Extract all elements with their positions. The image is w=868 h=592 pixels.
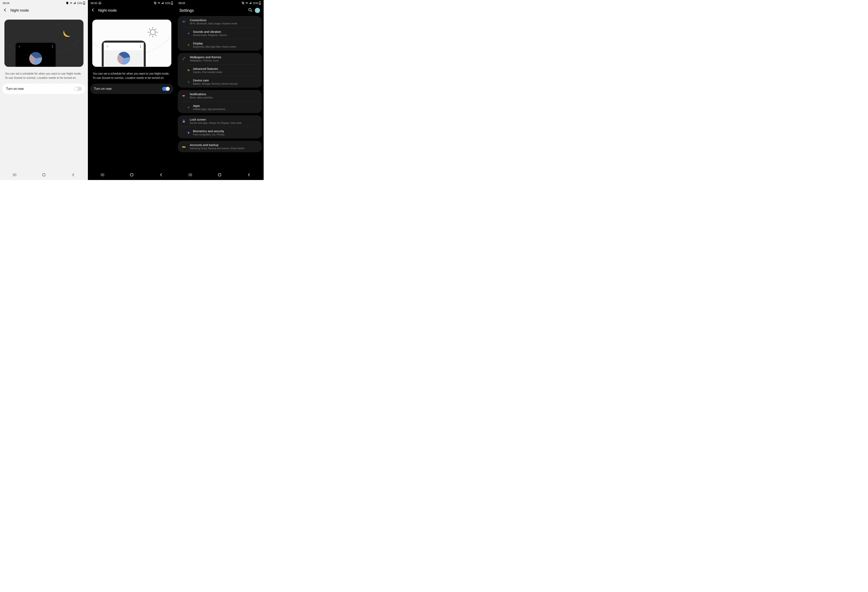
settings-item-title: Device care (193, 79, 238, 82)
toggle-switch[interactable] (162, 87, 170, 91)
svg-line-20 (155, 29, 156, 30)
home-icon[interactable] (217, 172, 222, 178)
wifi-icon (245, 1, 248, 4)
nav-bar (88, 171, 176, 180)
toggle-label: Turn on now (6, 87, 24, 91)
wifi-icon (157, 1, 161, 4)
svg-rect-29 (260, 4, 260, 4)
toggle-label: Turn on now (94, 87, 112, 91)
settings-item-title: Apps (193, 104, 226, 108)
status-time: 09:53 (179, 1, 185, 4)
back-nav-icon[interactable] (159, 172, 163, 178)
screen-night-mode-light: 09:29 22% Night mode (0, 0, 88, 180)
back-nav-icon[interactable] (71, 172, 75, 178)
turn-on-now-row[interactable]: Turn on now (90, 84, 173, 94)
signal-icon (161, 1, 164, 4)
sound-icon (184, 31, 190, 35)
page-header: Settings (176, 6, 264, 15)
settings-item-title: Wallpapers and themes (190, 55, 221, 59)
svg-line-19 (155, 35, 156, 36)
status-bar: 09:29 22% (0, 0, 88, 6)
svg-line-26 (242, 2, 244, 4)
settings-item[interactable]: Sounds and vibrationSound mode, Ringtone… (181, 27, 258, 39)
svg-rect-7 (43, 174, 45, 176)
svg-point-43 (188, 107, 189, 107)
svg-line-21 (149, 35, 151, 36)
settings-item-sub: Wallpapers, Themes, Icons (190, 59, 221, 62)
recents-icon[interactable] (12, 172, 17, 178)
svg-line-9 (154, 2, 156, 4)
settings-item-sub: Wi-Fi, Bluetooth, Data usage, Airplane m… (190, 22, 237, 25)
settings-item[interactable]: Lock screenScreen lock type, Always On D… (178, 115, 262, 127)
settings-item-sub: Battery, Storage, Memory, Device securit… (193, 82, 238, 85)
status-time: 09:30 (91, 1, 97, 4)
settings-item[interactable]: Accounts and backupSamsung Cloud, Backup… (178, 141, 262, 152)
settings-item-title: Lock screen (190, 118, 242, 121)
svg-point-5 (52, 46, 53, 47)
svg-line-37 (188, 44, 188, 44)
settings-item[interactable]: Device careBattery, Storage, Memory, Dev… (181, 76, 258, 88)
svg-rect-3 (84, 4, 85, 4)
settings-item-sub: Samsung Cloud, Backup and restore, Smart… (190, 147, 244, 150)
recents-icon[interactable] (100, 172, 105, 178)
svg-point-24 (140, 47, 141, 48)
recents-icon[interactable] (188, 172, 193, 178)
settings-item-title: Notifications (190, 93, 213, 96)
avatar[interactable] (255, 8, 260, 13)
svg-point-6 (52, 47, 53, 48)
back-nav-icon[interactable] (247, 172, 251, 178)
svg-rect-28 (260, 1, 260, 2)
battery-percent: 22% (77, 1, 82, 4)
svg-point-44 (189, 107, 189, 107)
settings-item[interactable]: ConnectionsWi-Fi, Bluetooth, Data usage,… (178, 16, 262, 27)
page-header: Night mode (88, 6, 176, 15)
settings-item[interactable]: AppsDefault apps, App permissions (181, 102, 258, 113)
gear-icon (184, 68, 190, 72)
settings-item-sub: Brightness, Blue light filter, Home scre… (193, 46, 236, 48)
settings-groups: ConnectionsWi-Fi, Bluetooth, Data usage,… (176, 15, 264, 180)
toggle-switch[interactable] (74, 87, 82, 91)
search-icon[interactable] (248, 8, 252, 13)
bright-icon (184, 43, 190, 47)
home-icon[interactable] (130, 172, 134, 178)
vibrate-mute-icon (154, 1, 156, 4)
page-title: Night mode (98, 9, 117, 13)
brush-icon (181, 57, 187, 61)
svg-point-45 (188, 108, 189, 108)
svg-rect-47 (183, 121, 185, 122)
settings-item[interactable]: Biometrics and securityFace recognition,… (181, 127, 258, 138)
settings-item[interactable]: NotificationsBlock, allow, prioritize (178, 90, 262, 102)
wifi-icon (181, 20, 187, 24)
settings-item-sub: Default apps, App permissions (193, 108, 226, 110)
settings-group: Wallpapers and themesWallpapers, Themes,… (178, 53, 262, 88)
settings-item[interactable]: DisplayBrightness, Blue light filter, Ho… (181, 39, 258, 51)
svg-rect-48 (218, 174, 221, 176)
settings-item-sub: Games, One-handed mode (193, 71, 222, 74)
screen-settings: 09:53 21% Settings ConnectionsWi-Fi, Blu… (176, 0, 264, 180)
page-title: Settings (179, 8, 246, 13)
battery-percent: 22% (165, 1, 170, 4)
settings-item[interactable]: Advanced featuresGames, One-handed mode (181, 65, 258, 76)
home-icon[interactable] (41, 172, 46, 178)
lock-icon (181, 119, 187, 123)
illustration (0, 15, 88, 69)
apps-icon (184, 105, 190, 109)
turn-on-now-row[interactable]: Turn on now (2, 84, 86, 94)
battery-percent: 21% (253, 1, 258, 4)
back-icon[interactable] (91, 8, 95, 13)
battery-icon (83, 1, 85, 4)
nav-bar (176, 171, 264, 180)
status-bar: 09:53 21% (176, 0, 264, 6)
settings-item-title: Biometrics and security (193, 130, 224, 133)
page-title: Night mode (10, 9, 29, 13)
screen-night-mode-dark: 09:30 22% Night mode (88, 0, 176, 180)
svg-line-39 (189, 44, 189, 44)
nav-bar (0, 171, 88, 180)
vibrate-mute-icon (66, 1, 69, 4)
svg-point-23 (140, 46, 141, 47)
settings-item[interactable]: Wallpapers and themesWallpapers, Themes,… (178, 53, 262, 65)
svg-point-32 (188, 44, 189, 46)
shield-icon (184, 131, 190, 135)
settings-group: Lock screenScreen lock type, Always On D… (178, 115, 262, 138)
back-icon[interactable] (3, 8, 7, 13)
